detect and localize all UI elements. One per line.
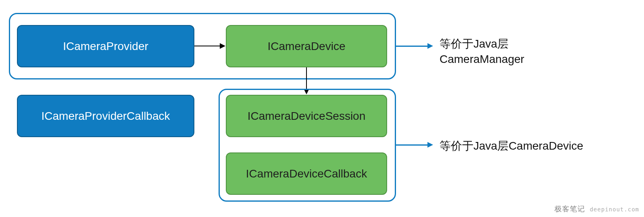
arrow-bottom-annotation-head: [427, 142, 433, 148]
arrow-top-annotation-head: [427, 43, 433, 49]
annotation-top: 等价于Java层 CameraManager: [440, 36, 524, 67]
box-icamera-provider-callback: ICameraProviderCallback: [17, 95, 194, 137]
annotation-top-line1: 等价于Java层: [440, 36, 524, 52]
annotation-top-line2: CameraManager: [440, 52, 524, 67]
watermark: 极客笔记 deepinout.com: [554, 204, 639, 214]
label-icamera-device-session: ICameraDeviceSession: [248, 110, 366, 123]
arrow-provider-to-device-head: [220, 43, 225, 49]
watermark-url: deepinout.com: [590, 206, 639, 213]
label-icamera-provider-callback: ICameraProviderCallback: [41, 110, 170, 123]
label-icamera-device: ICameraDevice: [268, 40, 346, 53]
label-icamera-provider: ICameraProvider: [63, 40, 148, 53]
annotation-bottom: 等价于Java层CameraDevice: [440, 138, 583, 154]
arrow-bottom-annotation: [396, 144, 428, 146]
box-icamera-device-session: ICameraDeviceSession: [226, 95, 387, 137]
watermark-label: 极客笔记: [554, 205, 585, 213]
box-icamera-provider: ICameraProvider: [17, 25, 194, 67]
box-icamera-device: ICameraDevice: [226, 25, 387, 67]
label-icamera-device-callback: ICameraDeviceCallback: [246, 167, 367, 180]
arrow-top-annotation: [396, 46, 428, 47]
annotation-bottom-text: 等价于Java层CameraDevice: [440, 140, 583, 152]
arrow-provider-to-device: [194, 46, 220, 46]
box-icamera-device-callback: ICameraDeviceCallback: [226, 152, 387, 195]
arrow-device-to-session: [306, 67, 307, 90]
